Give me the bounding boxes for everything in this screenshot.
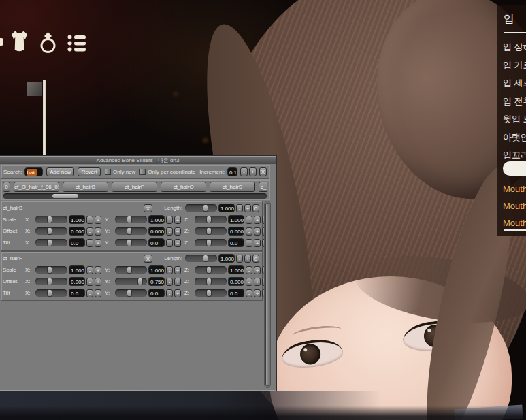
offset-z-slider[interactable] [195, 227, 227, 235]
tilt-z-plus-button[interactable]: + [254, 239, 261, 247]
offset-x-plus-button[interactable]: + [95, 227, 101, 236]
increment-plus-button[interactable]: + [249, 167, 257, 176]
tilt-y-value[interactable]: 0.0 [148, 238, 165, 247]
tilt-x-slider[interactable] [35, 289, 67, 297]
scale-x-minus-button[interactable]: - [86, 266, 93, 274]
scale-z-slider-thumb[interactable] [206, 266, 212, 274]
tilt-y-slider[interactable] [115, 239, 147, 246]
scale-x-plus-button[interactable]: + [95, 266, 101, 274]
length-slider-thumb[interactable] [203, 255, 208, 262]
offset-z-minus-button[interactable]: - [246, 278, 252, 286]
scale-z-plus-button[interactable]: + [254, 266, 261, 274]
offset-z-value[interactable]: 0.000 [228, 227, 244, 236]
scale-x-slider-thumb[interactable] [47, 216, 52, 223]
scale-z-plus-button[interactable]: + [254, 216, 261, 224]
length-plus-button[interactable]: + [244, 204, 251, 212]
accessory-ring-icon[interactable] [39, 31, 57, 54]
offset-y-slider-thumb[interactable] [137, 278, 143, 285]
offset-z-slider-thumb[interactable] [206, 227, 212, 235]
length-value[interactable]: 1.000 [218, 254, 235, 263]
offset-y-plus-button[interactable]: + [174, 278, 181, 286]
tilt-z-slider-thumb[interactable] [206, 239, 212, 246]
tilt-x-slider[interactable] [35, 239, 67, 246]
bone-tab-ct_hairS[interactable]: ct_hairS [210, 182, 255, 192]
bone-tab-ct_hairF[interactable]: ct_hairF [112, 182, 157, 192]
length-value[interactable]: 1.000 [218, 204, 235, 212]
tilt-z-value[interactable]: 0.0 [228, 238, 244, 247]
tilt-z-slider-thumb[interactable] [206, 289, 212, 297]
offset-x-value[interactable]: 0.000 [69, 227, 85, 236]
tilt-z-slider[interactable] [195, 289, 227, 297]
vertical-scrollbar[interactable] [264, 201, 271, 388]
scale-z-value[interactable]: 1.000 [228, 215, 244, 224]
scale-z-minus-button[interactable]: - [246, 266, 252, 274]
mouth-accent-item-1[interactable]: Mouth [503, 197, 526, 214]
scale-y-slider-thumb[interactable] [127, 266, 132, 274]
offset-z-slider-thumb[interactable] [206, 278, 212, 285]
offset-z-plus-button[interactable]: + [254, 278, 261, 286]
offset-x-slider[interactable] [35, 278, 67, 285]
tilt-x-value[interactable]: 0.0 [69, 238, 85, 247]
scale-x-slider[interactable] [35, 216, 67, 223]
search-input[interactable]: hair [24, 167, 44, 176]
tilt-x-slider-thumb[interactable] [47, 289, 52, 297]
length-minus-button[interactable]: - [236, 255, 243, 263]
scale-x-slider[interactable] [35, 266, 67, 274]
offset-x-slider[interactable] [35, 227, 67, 235]
scale-z-value[interactable]: 1.000 [228, 265, 244, 274]
scale-z-minus-button[interactable]: - [246, 216, 252, 224]
tab-scrollbar-thumb[interactable] [52, 194, 78, 198]
bone-tab-ct_hairB[interactable]: ct_hairB [63, 182, 108, 192]
tilt-x-slider-thumb[interactable] [47, 239, 52, 246]
scale-y-slider[interactable] [115, 216, 147, 223]
tilt-y-minus-button[interactable]: - [166, 239, 173, 247]
scale-x-slider-thumb[interactable] [47, 266, 52, 274]
offset-y-slider-thumb[interactable] [127, 227, 132, 235]
window-close-button[interactable]: X [259, 167, 267, 176]
vertical-scrollbar-thumb[interactable] [265, 203, 269, 386]
tilt-z-plus-button[interactable]: + [254, 289, 261, 297]
tilt-x-plus-button[interactable]: + [95, 239, 101, 247]
only-per-coordinate-checkbox[interactable] [139, 169, 146, 175]
mouth-slider-item-4[interactable]: 윗입 모 [503, 110, 526, 129]
offset-y-plus-button[interactable]: + [174, 227, 181, 236]
bone-tab-ct_hairO[interactable]: ct_hairO [161, 182, 206, 192]
length-slider[interactable] [185, 204, 217, 212]
length-zero-button[interactable]: 0 [252, 255, 259, 263]
length-zero-button[interactable]: 0 [252, 204, 259, 212]
offset-x-minus-button[interactable]: - [86, 278, 93, 286]
offset-y-value[interactable]: 0.000 [148, 227, 165, 236]
scale-y-minus-button[interactable]: - [166, 216, 173, 224]
bone-close-button[interactable]: X [144, 255, 152, 263]
tilt-y-slider[interactable] [115, 289, 147, 297]
tilt-z-value[interactable]: 0.0 [228, 289, 244, 297]
tilt-z-minus-button[interactable]: - [246, 239, 252, 247]
scale-y-plus-button[interactable]: + [174, 266, 181, 274]
offset-y-slider[interactable] [115, 278, 147, 285]
outfit-icon[interactable] [11, 31, 28, 52]
offset-x-value[interactable]: 0.000 [69, 277, 85, 286]
tab-horizontal-scrollbar[interactable] [3, 193, 267, 199]
offset-z-plus-button[interactable]: + [254, 227, 261, 236]
scale-y-value[interactable]: 1.000 [148, 265, 165, 274]
scale-x-value[interactable]: 1.000 [69, 265, 85, 274]
tilt-y-plus-button[interactable]: + [174, 239, 181, 247]
offset-z-slider[interactable] [195, 278, 227, 285]
increment-input[interactable]: 0.1 [227, 167, 237, 176]
tilt-y-minus-button[interactable]: - [166, 289, 173, 297]
list-icon[interactable] [67, 34, 86, 52]
scale-y-minus-button[interactable]: - [166, 266, 173, 274]
length-minus-button[interactable]: - [236, 204, 243, 212]
mouth-slider-item-2[interactable]: 입 세로 [503, 74, 526, 93]
length-plus-button[interactable]: + [244, 255, 251, 263]
tilt-x-minus-button[interactable]: - [86, 289, 93, 297]
add-new-button[interactable]: Add new [46, 167, 74, 176]
mouth-slider-item-3[interactable]: 입 전후 [503, 93, 526, 111]
bone-close-button[interactable]: X [144, 204, 152, 212]
mouth-slider-item-1[interactable]: 입 가로 [503, 56, 526, 75]
tilt-y-plus-button[interactable]: + [174, 289, 181, 297]
bone-tab-c_[interactable]: c_ [259, 182, 267, 192]
scale-z-slider[interactable] [195, 266, 227, 274]
offset-z-minus-button[interactable]: - [246, 227, 252, 236]
scale-x-value[interactable]: 1.000 [69, 215, 85, 224]
